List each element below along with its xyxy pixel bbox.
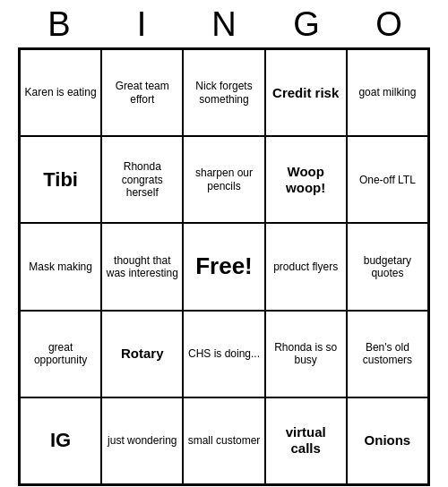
bingo-letter-i: I — [102, 5, 181, 44]
bingo-cell-2[interactable]: Nick forgets something — [183, 49, 264, 136]
bingo-cell-23[interactable]: virtual calls — [265, 397, 347, 484]
bingo-cell-16[interactable]: Rotary — [101, 311, 183, 397]
bingo-cell-4[interactable]: goat milking — [347, 49, 428, 136]
bingo-cell-15[interactable]: great opportunity — [20, 311, 101, 397]
bingo-cell-0[interactable]: Karen is eating — [20, 49, 101, 136]
bingo-cell-24[interactable]: Onions — [347, 397, 428, 484]
bingo-cell-21[interactable]: just wondering — [101, 397, 183, 484]
bingo-cell-6[interactable]: Rhonda congrats herself — [101, 136, 183, 223]
bingo-cell-17[interactable]: CHS is doing... — [183, 311, 264, 397]
bingo-cell-1[interactable]: Great team effort — [101, 49, 183, 136]
bingo-cell-20[interactable]: IG — [20, 397, 101, 484]
bingo-cell-8[interactable]: Woop woop! — [265, 136, 347, 223]
bingo-grid: Karen is eatingGreat team effortNick for… — [18, 47, 430, 486]
bingo-letter-o: O — [349, 5, 428, 44]
bingo-letter-b: B — [20, 5, 99, 44]
bingo-letter-n: N — [185, 5, 263, 44]
bingo-cell-9[interactable]: One-off LTL — [347, 136, 428, 223]
bingo-cell-22[interactable]: small customer — [183, 397, 264, 484]
bingo-letter-g: G — [267, 5, 346, 44]
bingo-cell-5[interactable]: Tibi — [20, 136, 101, 223]
bingo-cell-19[interactable]: Ben's old customers — [347, 311, 428, 397]
bingo-cell-13[interactable]: product flyers — [265, 223, 347, 310]
bingo-cell-10[interactable]: Mask making — [20, 223, 101, 310]
bingo-cell-11[interactable]: thought that was interesting — [101, 223, 183, 310]
bingo-cell-18[interactable]: Rhonda is so busy — [265, 311, 347, 397]
bingo-cell-12[interactable]: Free! — [183, 223, 264, 310]
bingo-cell-7[interactable]: sharpen our pencils — [183, 136, 264, 223]
bingo-header: BINGO — [18, 0, 430, 47]
bingo-cell-3[interactable]: Credit risk — [265, 49, 347, 136]
bingo-cell-14[interactable]: budgetary quotes — [347, 223, 428, 310]
